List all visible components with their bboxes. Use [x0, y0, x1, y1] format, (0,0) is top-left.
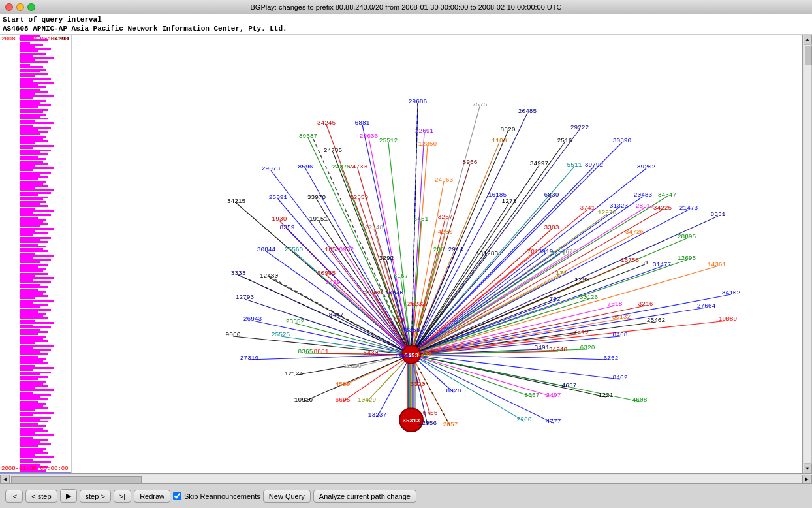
- svg-text:2857: 2857: [443, 421, 458, 428]
- skip-reannouncements-checkbox[interactable]: [173, 492, 181, 500]
- hscroll-left-arrow[interactable]: ◀: [0, 475, 10, 483]
- svg-text:3303: 3303: [544, 224, 559, 231]
- svg-line-3: [411, 129, 580, 355]
- analyze-button[interactable]: Analyze current path change: [313, 490, 416, 503]
- svg-text:2676: 2676: [562, 248, 577, 255]
- svg-text:4637: 4637: [562, 382, 577, 389]
- svg-text:4589: 4589: [336, 381, 351, 388]
- svg-text:20483: 20483: [634, 191, 653, 198]
- svg-text:26943: 26943: [243, 315, 262, 323]
- scroll-up-arrow[interactable]: ▲: [804, 35, 812, 44]
- close-button[interactable]: [5, 3, 13, 11]
- content-area: 2008-02-10 00:00:00 429 1 2008-01-30 00:…: [0, 35, 812, 473]
- timeline-bars: [20, 35, 65, 473]
- svg-text:1930: 1930: [272, 215, 287, 223]
- svg-text:131283: 131283: [476, 250, 499, 257]
- maximize-button[interactable]: [27, 3, 35, 11]
- svg-text:6762: 6762: [604, 355, 619, 362]
- svg-text:22691: 22691: [415, 127, 434, 135]
- svg-line-113: [411, 355, 620, 379]
- svg-line-119: [343, 355, 411, 402]
- svg-text:8966: 8966: [463, 159, 478, 166]
- hscroll-thumb[interactable]: [11, 476, 142, 483]
- svg-text:4608: 4608: [632, 396, 648, 404]
- svg-text:1239: 1239: [417, 351, 432, 358]
- play-button[interactable]: ▶: [60, 489, 77, 503]
- minimize-button[interactable]: [16, 3, 24, 11]
- svg-text:8881: 8881: [314, 348, 329, 355]
- svg-text:8167: 8167: [394, 272, 409, 279]
- svg-text:3320: 3320: [411, 381, 426, 388]
- bottom-scrollbar[interactable]: ◀ ▶: [0, 473, 812, 483]
- svg-text:8331: 8331: [711, 211, 726, 218]
- svg-text:12989: 12989: [364, 289, 383, 296]
- svg-text:20932: 20932: [336, 246, 354, 253]
- svg-text:30890: 30890: [613, 137, 632, 144]
- svg-text:22548: 22548: [365, 224, 384, 231]
- svg-line-22: [411, 165, 539, 355]
- svg-text:185: 185: [324, 246, 336, 253]
- svg-text:9080: 9080: [226, 331, 241, 338]
- scroll-track[interactable]: [804, 44, 812, 464]
- new-query-button[interactable]: New Query: [263, 490, 311, 503]
- svg-line-34: [411, 203, 509, 355]
- svg-text:20965: 20965: [317, 270, 336, 277]
- last-button[interactable]: >|: [114, 490, 131, 503]
- svg-text:8359: 8359: [280, 224, 295, 231]
- header-line2: AS4608 APNIC-AP Asia Pacific Network Inf…: [3, 25, 809, 33]
- svg-text:34225: 34225: [653, 204, 672, 212]
- svg-text:14361: 14361: [708, 261, 726, 268]
- svg-text:27664: 27664: [697, 302, 716, 310]
- svg-text:6320: 6320: [580, 344, 595, 351]
- svg-text:34245: 34245: [317, 119, 336, 127]
- svg-text:20485: 20485: [518, 108, 537, 115]
- svg-text:10910: 10910: [294, 396, 313, 404]
- scroll-thumb[interactable]: [805, 46, 812, 65]
- first-button[interactable]: |<: [5, 490, 23, 503]
- svg-text:34726: 34726: [625, 229, 644, 236]
- svg-text:8447: 8447: [329, 311, 344, 319]
- svg-text:286: 286: [433, 246, 444, 253]
- sidebar-bottom-date: 2008-01-30 00:00:00: [1, 466, 69, 472]
- svg-text:12124: 12124: [285, 370, 304, 377]
- svg-text:8468: 8468: [613, 331, 628, 338]
- skip-reannouncements-area: Skip Reannouncements: [173, 492, 260, 500]
- svg-line-56: [330, 251, 411, 355]
- svg-text:12480: 12480: [260, 272, 279, 279]
- svg-line-121: [304, 355, 411, 402]
- svg-text:6881: 6881: [355, 119, 370, 127]
- right-scrollbar[interactable]: ▲ ▼: [802, 35, 812, 473]
- svg-text:7575: 7575: [473, 101, 488, 108]
- svg-text:5511: 5511: [567, 161, 582, 168]
- svg-text:12970: 12970: [598, 209, 617, 216]
- svg-text:6706: 6706: [423, 409, 438, 417]
- svg-text:1273: 1273: [502, 198, 517, 205]
- svg-text:8928: 8928: [446, 387, 461, 394]
- svg-text:12956: 12956: [418, 420, 437, 427]
- scroll-down-arrow[interactable]: ▼: [804, 464, 812, 473]
- svg-text:34347: 34347: [658, 191, 677, 198]
- svg-text:6461: 6461: [414, 215, 429, 223]
- next-step-button[interactable]: step >: [80, 490, 111, 503]
- svg-text:1221: 1221: [599, 392, 614, 399]
- svg-text:27319: 27319: [240, 355, 259, 362]
- svg-line-107: [411, 355, 611, 360]
- svg-text:20640: 20640: [385, 289, 404, 296]
- svg-line-65: [411, 264, 645, 355]
- redraw-button[interactable]: Redraw: [134, 490, 170, 503]
- header-info: Start of query interval AS4608 APNIC-AP …: [0, 14, 812, 35]
- svg-text:34215: 34215: [227, 198, 246, 205]
- hscroll-track[interactable]: [10, 475, 802, 483]
- svg-text:51: 51: [641, 259, 649, 266]
- svg-text:33970: 33970: [307, 194, 326, 201]
- prev-step-button[interactable]: < step: [25, 490, 57, 503]
- svg-text:34997: 34997: [530, 160, 549, 167]
- svg-text:3356: 3356: [405, 326, 420, 334]
- svg-text:34948: 34948: [549, 346, 568, 353]
- hscroll-right-arrow[interactable]: ▶: [802, 475, 812, 483]
- svg-text:6695: 6695: [336, 396, 351, 404]
- svg-text:4777: 4777: [546, 418, 561, 425]
- svg-text:15756: 15756: [621, 257, 640, 264]
- svg-text:34102: 34102: [722, 289, 741, 296]
- svg-text:24785: 24785: [324, 147, 343, 154]
